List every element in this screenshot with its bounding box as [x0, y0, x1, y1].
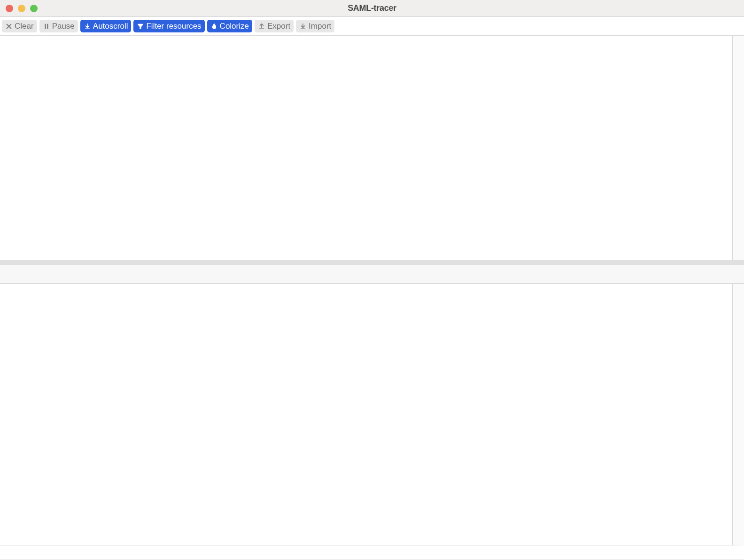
- svg-rect-2: [45, 23, 46, 29]
- clear-button[interactable]: Clear: [2, 20, 37, 32]
- titlebar: SAML-tracer: [0, 0, 744, 17]
- filter-label: Filter resources: [146, 22, 201, 30]
- minimize-window-button[interactable]: [18, 5, 25, 12]
- maximize-window-button[interactable]: [30, 5, 38, 12]
- traffic-lights: [6, 5, 38, 12]
- pause-icon: [43, 23, 50, 30]
- bottom-gap: [0, 545, 744, 560]
- request-list-pane[interactable]: [0, 36, 744, 260]
- colorize-label: Colorize: [220, 22, 249, 30]
- detail-tab-bar[interactable]: [0, 265, 744, 284]
- autoscroll-label: Autoscroll: [93, 22, 128, 30]
- svg-marker-6: [138, 24, 143, 29]
- export-label: Export: [267, 22, 290, 30]
- import-button[interactable]: Import: [296, 20, 334, 32]
- svg-rect-3: [47, 23, 48, 29]
- x-icon: [5, 23, 13, 30]
- close-window-button[interactable]: [6, 5, 13, 12]
- upload-icon: [258, 23, 265, 30]
- import-icon: [299, 23, 307, 30]
- toolbar: Clear Pause Autoscroll Filter resources: [0, 17, 744, 36]
- autoscroll-button[interactable]: Autoscroll: [80, 20, 132, 32]
- pause-button[interactable]: Pause: [39, 20, 78, 32]
- colorize-button[interactable]: Colorize: [207, 20, 252, 32]
- export-button[interactable]: Export: [255, 20, 294, 32]
- clear-label: Clear: [15, 22, 34, 30]
- import-label: Import: [309, 22, 331, 30]
- droplet-icon: [210, 23, 218, 30]
- funnel-icon: [137, 23, 144, 30]
- splitter[interactable]: [0, 260, 744, 265]
- window-title: SAML-tracer: [348, 3, 396, 13]
- detail-pane[interactable]: [0, 284, 744, 545]
- pause-label: Pause: [52, 22, 75, 30]
- filter-resources-button[interactable]: Filter resources: [133, 20, 204, 32]
- pane-container: [0, 36, 744, 560]
- download-icon: [84, 23, 91, 30]
